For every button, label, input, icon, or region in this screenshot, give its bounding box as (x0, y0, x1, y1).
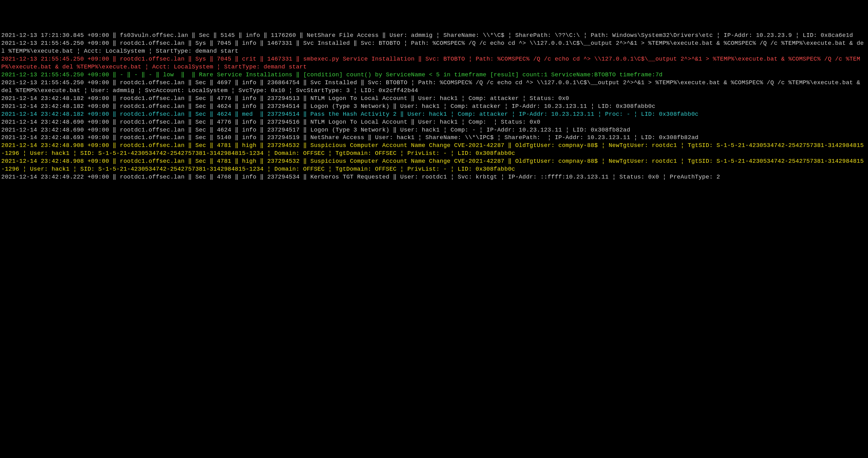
log-line: 2021-12-13 17:21:30.845 +09:00 ‖ fs03vul… (1, 32, 867, 40)
log-line: 2021-12-13 21:55:45.250 +09:00 ‖ rootdc1… (1, 79, 867, 95)
log-line: 2021-12-14 23:42:48.908 +09:00 ‖ rootdc1… (1, 158, 867, 173)
log-line: 2021-12-14 23:42:48.693 +09:00 ‖ rootdc1… (1, 134, 867, 142)
log-line: 2021-12-13 21:55:45.250 +09:00 ‖ rootdc1… (1, 56, 867, 71)
log-line: 2021-12-13 21:55:45.250 +09:00 ‖ rootdc1… (1, 40, 867, 56)
log-line: 2021-12-14 23:42:48.690 +09:00 ‖ rootdc1… (1, 126, 867, 134)
log-line: 2021-12-13 21:55:45.250 +09:00 ‖ - ‖ - ‖… (1, 71, 867, 79)
log-line: 2021-12-14 23:42:48.182 +09:00 ‖ rootdc1… (1, 103, 867, 111)
log-output: 2021-12-13 17:21:30.845 +09:00 ‖ fs03vul… (1, 32, 867, 181)
log-line: 2021-12-14 23:42:49.222 +09:00 ‖ rootdc1… (1, 173, 867, 181)
log-line: 2021-12-14 23:42:48.182 +09:00 ‖ rootdc1… (1, 111, 867, 119)
log-line: 2021-12-14 23:42:48.908 +09:00 ‖ rootdc1… (1, 142, 867, 158)
log-line: 2021-12-14 23:42:48.690 +09:00 ‖ rootdc1… (1, 119, 867, 126)
log-line: 2021-12-14 23:42:48.182 +09:00 ‖ rootdc1… (1, 95, 867, 103)
